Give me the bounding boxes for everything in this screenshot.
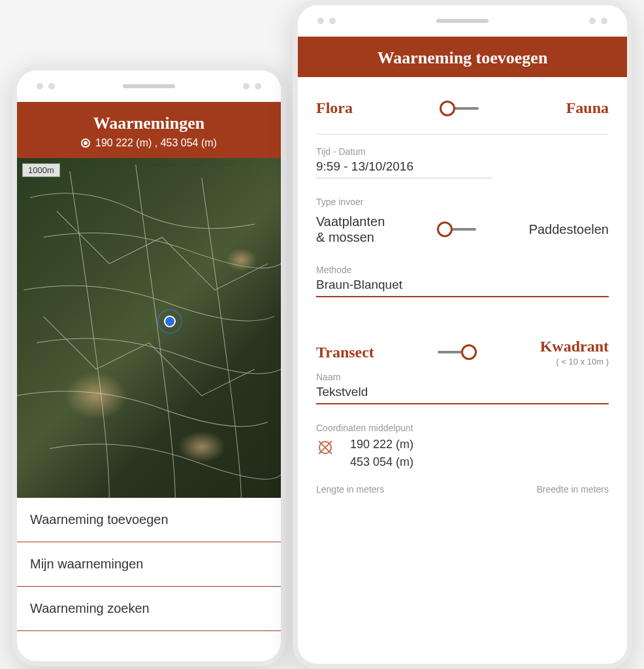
page-title: Waarneming toevoegen bbox=[304, 48, 620, 68]
phone-bezel-top bbox=[17, 71, 281, 102]
breedte-label: Breedte in meters bbox=[537, 484, 609, 495]
coords-row[interactable]: 190 222 (m) 453 054 (m) bbox=[316, 436, 609, 471]
naam-value[interactable]: Tekstveld bbox=[316, 385, 609, 403]
map-scale-badge: 1000m bbox=[22, 163, 60, 177]
datetime-label: Tijd - Datum bbox=[316, 146, 609, 157]
methode-value[interactable]: Braun-Blanquet bbox=[316, 278, 609, 296]
map[interactable]: 1000m bbox=[17, 158, 281, 498]
type-invoer-label: Type invoer bbox=[316, 197, 609, 207]
current-location-marker-icon[interactable] bbox=[161, 313, 178, 330]
lengte-label: Lengte in meters bbox=[316, 484, 384, 495]
menu-item-search-observation[interactable]: Waarneming zoeken bbox=[17, 587, 281, 631]
flora-fauna-toggle[interactable]: Flora Fauna bbox=[316, 90, 609, 131]
header-right: Waarneming toevoegen bbox=[298, 37, 627, 77]
coords-text: 190 222 (m) , 453 054 (m) bbox=[95, 137, 217, 149]
transect-kwadrant-toggle[interactable]: Transect Kwadrant ( < 10 x 10m ) bbox=[316, 329, 609, 372]
methode-label: Methode bbox=[316, 265, 609, 275]
coord-y: 453 054 (m) bbox=[350, 453, 413, 471]
menu-item-add-observation[interactable]: Waarneming toevoegen bbox=[17, 498, 281, 542]
toggle-transect-label: Transect bbox=[316, 344, 374, 361]
datetime-value[interactable]: 9:59 - 13/10/2016 bbox=[316, 159, 609, 178]
phone-right: Waarneming toevoegen Flora Fauna Tijd - … bbox=[293, 0, 632, 669]
type-vaatplanten-label: Vaatplanten& mossen bbox=[316, 214, 385, 245]
toggle-track-icon[interactable] bbox=[440, 107, 479, 110]
field-underline-accent bbox=[316, 296, 609, 297]
kwadrant-sub: ( < 10 x 10m ) bbox=[540, 357, 609, 367]
toggle-thumb-icon bbox=[437, 221, 453, 237]
naam-label: Naam bbox=[316, 372, 609, 382]
menu-list: Waarneming toevoegen Mijn waarnemingen W… bbox=[17, 498, 281, 631]
location-indicator-icon bbox=[81, 139, 90, 148]
coords-label: Coordinaten middelpunt bbox=[316, 423, 609, 433]
toggle-thumb-icon bbox=[440, 101, 455, 116]
form-body: Flora Fauna Tijd - Datum 9:59 - 13/10/20… bbox=[298, 77, 627, 508]
coord-x: 190 222 (m) bbox=[350, 436, 413, 453]
toggle-kwadrant-label: Kwadrant bbox=[540, 338, 609, 355]
toggle-track-icon[interactable] bbox=[437, 228, 476, 231]
type-paddestoelen-label: Paddestoelen bbox=[529, 221, 609, 237]
toggle-thumb-icon bbox=[461, 344, 477, 360]
divider bbox=[316, 134, 609, 135]
toggle-flora-label: Flora bbox=[316, 99, 353, 117]
field-underline bbox=[316, 178, 492, 178]
toggle-fauna-label: Fauna bbox=[566, 99, 609, 117]
menu-item-my-observations[interactable]: Mijn waarnemingen bbox=[17, 542, 281, 587]
crosshair-icon bbox=[316, 438, 334, 457]
field-underline-accent bbox=[316, 403, 609, 404]
toggle-track-icon[interactable] bbox=[438, 351, 477, 353]
type-invoer-toggle[interactable]: Vaatplanten& mossen Paddestoelen bbox=[316, 210, 609, 265]
header-left: Waarnemingen 190 222 (m) , 453 054 (m) bbox=[17, 102, 281, 158]
dimensions-row: Lengte in meters Breedte in meters bbox=[316, 484, 609, 495]
page-title: Waarnemingen bbox=[24, 114, 274, 133]
phone-bezel-top bbox=[298, 5, 627, 37]
coord-values: 190 222 (m) 453 054 (m) bbox=[350, 436, 413, 471]
header-coords[interactable]: 190 222 (m) , 453 054 (m) bbox=[24, 137, 274, 149]
phone-left: Waarnemingen 190 222 (m) , 453 054 (m) 1… bbox=[12, 65, 286, 666]
